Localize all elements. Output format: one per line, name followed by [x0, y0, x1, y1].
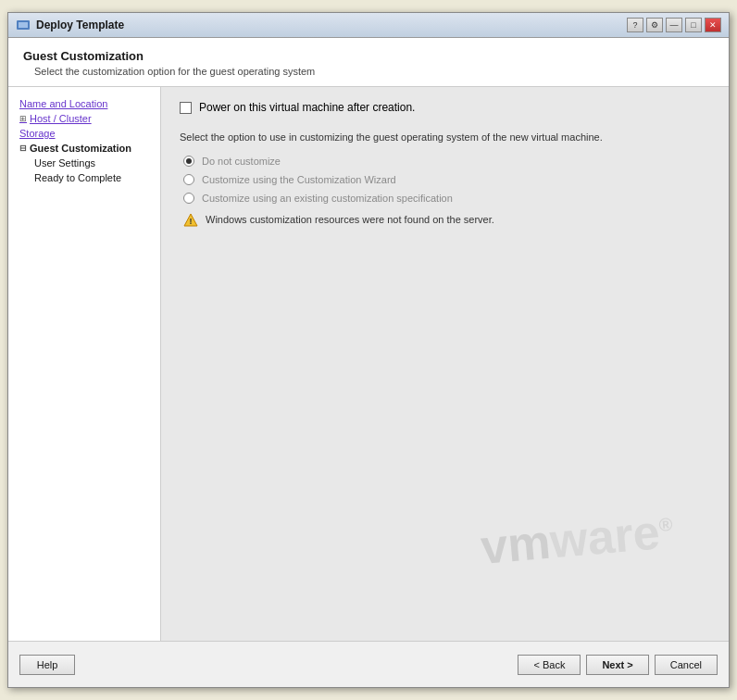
radio-row-customize-existing[interactable]: Customize using an existing customizatio… — [180, 193, 710, 204]
back-button[interactable]: < Back — [518, 655, 581, 675]
radio-label-customize-existing: Customize using an existing customizatio… — [202, 193, 453, 204]
sidebar-item-name-location[interactable]: Name and Location — [16, 96, 153, 111]
page-subtitle: Select the customization option for the … — [23, 66, 714, 77]
svg-text:!: ! — [190, 217, 193, 226]
main-content: Name and Location ⊞ Host / Cluster Stora… — [8, 87, 729, 641]
expand-icon-host-cluster: ⊞ — [19, 114, 27, 123]
power-on-row: Power on this virtual machine after crea… — [180, 101, 710, 114]
vmware-watermark: vmware® — [478, 503, 675, 575]
next-button[interactable]: Next > — [586, 655, 648, 675]
minimize-button[interactable]: — — [666, 18, 682, 32]
watermark-vm: vm — [478, 515, 552, 574]
sidebar-item-host-cluster[interactable]: ⊞ Host / Cluster — [16, 111, 153, 126]
expand-icon-guest-customization: ⊟ — [19, 144, 27, 153]
sidebar-item-storage[interactable]: Storage — [16, 126, 153, 141]
help-button[interactable]: ? — [627, 18, 643, 32]
settings-button[interactable]: ⚙ — [646, 18, 663, 32]
power-on-label: Power on this virtual machine after crea… — [199, 101, 415, 114]
help-button[interactable]: Help — [19, 655, 75, 675]
warning-row: ! Windows customization resources were n… — [180, 213, 710, 228]
window-title: Deploy Template — [36, 19, 627, 31]
footer-left: Help — [19, 655, 75, 675]
power-on-checkbox[interactable] — [180, 102, 192, 114]
radio-customize-existing[interactable] — [183, 193, 194, 204]
radio-row-do-not-customize[interactable]: Do not customize — [180, 156, 710, 167]
radio-row-customize-wizard[interactable]: Customize using the Customization Wizard — [180, 174, 710, 185]
close-button[interactable]: ✕ — [705, 18, 721, 32]
sidebar-item-user-settings[interactable]: User Settings — [16, 156, 153, 170]
deploy-template-window: Deploy Template ? ⚙ — □ ✕ Guest Customiz… — [7, 12, 730, 688]
maximize-button[interactable]: □ — [685, 18, 702, 32]
sidebar-item-ready-to-complete[interactable]: Ready to Complete — [16, 170, 153, 185]
window-controls: ? ⚙ — □ ✕ — [627, 18, 721, 32]
page-header: Guest Customization Select the customiza… — [8, 38, 729, 87]
window-icon — [16, 18, 31, 32]
sidebar-item-guest-customization[interactable]: ⊟ Guest Customization — [16, 141, 153, 156]
radio-label-do-not-customize: Do not customize — [202, 156, 281, 167]
radio-label-customize-wizard: Customize using the Customization Wizard — [202, 174, 396, 185]
sidebar: Name and Location ⊞ Host / Cluster Stora… — [8, 87, 161, 641]
cancel-button[interactable]: Cancel — [655, 655, 718, 675]
warning-icon: ! — [183, 213, 198, 228]
footer: Help < Back Next > Cancel — [8, 641, 729, 687]
section-description: Select the option to use in customizing … — [180, 131, 710, 144]
radio-do-not-customize[interactable] — [183, 156, 194, 167]
svg-rect-1 — [19, 22, 28, 28]
page-title: Guest Customization — [23, 49, 714, 63]
footer-right: < Back Next > Cancel — [518, 655, 718, 675]
title-bar: Deploy Template ? ⚙ — □ ✕ — [8, 13, 729, 38]
warning-message: Windows customization resources were not… — [206, 213, 494, 227]
radio-customize-wizard[interactable] — [183, 174, 194, 185]
content-area: vmware® Power on this virtual machine af… — [161, 87, 729, 641]
watermark-ware: ware — [547, 505, 661, 568]
